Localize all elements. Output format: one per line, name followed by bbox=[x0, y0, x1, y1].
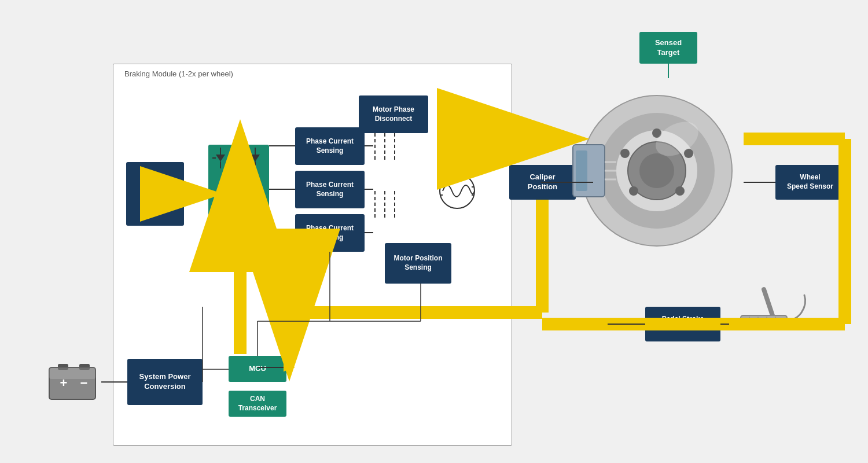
system-power-conversion-box: System PowerConversion bbox=[127, 359, 203, 405]
motor-position-sensing-box: Motor PositionSensing bbox=[385, 243, 451, 284]
main-container: Braking Module (1-2x per wheel) BLDCMoto… bbox=[0, 0, 868, 463]
battery-icon: + − bbox=[46, 362, 101, 405]
phase-current-sensing-2-box: Phase CurrentSensing bbox=[295, 171, 365, 208]
braking-module-label: Braking Module (1-2x per wheel) bbox=[124, 69, 233, 78]
phase-current-sensing-3-box: Phase CurrentSensing bbox=[295, 214, 365, 252]
bldc-motor-driver-box: BLDCMotorDriver bbox=[126, 162, 184, 226]
brake-disc-illustration bbox=[567, 75, 746, 255]
svg-point-15 bbox=[675, 186, 685, 196]
power-stage-box: Power Stage bbox=[208, 145, 269, 272]
svg-point-16 bbox=[629, 186, 638, 196]
sensed-target-box: SensedTarget bbox=[639, 32, 697, 64]
pedal-stroke-sensor-box: Pedal StrokeSensor bbox=[645, 307, 720, 341]
svg-point-10 bbox=[639, 153, 674, 188]
svg-point-28 bbox=[440, 174, 475, 208]
motor-phase-disconnect-box: Motor PhaseDisconnect bbox=[359, 95, 428, 133]
mcu-box: MCU bbox=[229, 356, 286, 382]
can-transceiver-box: CANTransceiver bbox=[229, 391, 286, 417]
svg-rect-12 bbox=[576, 150, 587, 191]
motor-coil-symbol bbox=[437, 171, 477, 211]
wheel-speed-sensor-box: WheelSpeed Sensor bbox=[775, 165, 845, 200]
pedal-illustration bbox=[729, 284, 810, 336]
svg-rect-5 bbox=[49, 368, 95, 379]
phase-current-sensing-1-box: Phase CurrentSensing bbox=[295, 127, 365, 165]
svg-rect-23 bbox=[741, 315, 787, 330]
svg-point-17 bbox=[620, 149, 630, 158]
caliper-position-box: CaliperPosition bbox=[509, 165, 576, 200]
